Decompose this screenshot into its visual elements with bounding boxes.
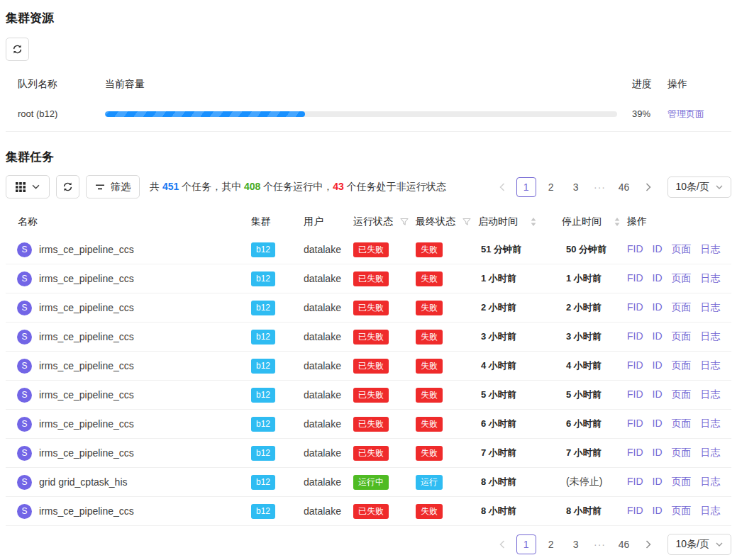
id-link[interactable]: ID xyxy=(653,359,663,372)
fid-link[interactable]: FID xyxy=(627,359,643,372)
page-link[interactable]: 页面 xyxy=(672,301,692,314)
task-row: S irms_ce_pipeline_ccs b12 datalake 已失败 … xyxy=(6,235,731,264)
start-time-sort-icon[interactable] xyxy=(531,218,536,226)
id-link[interactable]: ID xyxy=(653,330,663,343)
id-link[interactable]: ID xyxy=(653,272,663,285)
page-link[interactable]: 页面 xyxy=(672,359,692,372)
cluster-tag: b12 xyxy=(251,417,275,432)
run-status-badge: 已失败 xyxy=(353,504,389,519)
col-queue-name: 队列名称 xyxy=(6,78,105,91)
col-start-time: 启动时间 xyxy=(477,215,562,228)
col-run-status: 运行状态 xyxy=(352,215,414,228)
fid-link[interactable]: FID xyxy=(627,272,643,285)
task-user: datalake xyxy=(298,476,352,488)
chevron-down-icon xyxy=(716,542,723,547)
run-status-badge: 已失败 xyxy=(353,330,389,345)
page-size-select[interactable]: 10条/页 xyxy=(667,177,731,198)
run-status-badge: 运行中 xyxy=(353,475,389,490)
page-ellipsis[interactable]: ··· xyxy=(591,539,609,550)
id-link[interactable]: ID xyxy=(653,505,663,517)
page-button-1[interactable]: 1 xyxy=(516,177,536,197)
page-button-last[interactable]: 46 xyxy=(614,534,634,554)
id-link[interactable]: ID xyxy=(653,476,663,488)
tasks-refresh-button[interactable] xyxy=(56,175,79,198)
bottom-bar: 1 2 3 ··· 46 10条/页 xyxy=(6,534,731,555)
fid-link[interactable]: FID xyxy=(627,330,643,343)
task-user: datalake xyxy=(298,244,352,255)
final-status-badge: 失败 xyxy=(416,446,443,461)
page-link[interactable]: 页面 xyxy=(672,447,692,459)
column-settings-button[interactable] xyxy=(6,175,50,198)
stop-time: 3 小时前 xyxy=(562,330,627,343)
start-time: 2 小时前 xyxy=(477,301,562,314)
page-link[interactable]: 页面 xyxy=(672,388,692,401)
log-link[interactable]: 日志 xyxy=(701,388,721,401)
fid-link[interactable]: FID xyxy=(627,476,643,488)
pagination-top: 1 2 3 ··· 46 10条/页 xyxy=(493,177,731,198)
id-link[interactable]: ID xyxy=(653,243,663,256)
log-link[interactable]: 日志 xyxy=(701,272,721,285)
page-link[interactable]: 页面 xyxy=(672,505,692,517)
manage-page-link[interactable]: 管理页面 xyxy=(667,108,704,119)
task-row: S irms_ce_pipeline_ccs b12 datalake 已失败 … xyxy=(6,439,731,468)
refresh-icon xyxy=(12,44,23,55)
filter-button[interactable]: 筛选 xyxy=(86,175,140,198)
task-row: S irms_ce_pipeline_ccs b12 datalake 已失败 … xyxy=(6,381,731,410)
tasks-table: 名称 集群 用户 运行状态 最终状态 启动时间 xyxy=(6,208,731,526)
next-page-button[interactable] xyxy=(639,534,658,554)
page-button-last[interactable]: 46 xyxy=(614,177,634,197)
start-time: 6 小时前 xyxy=(477,418,562,430)
resources-refresh-button[interactable] xyxy=(6,38,29,61)
page-link[interactable]: 页面 xyxy=(672,243,692,256)
cluster-tag: b12 xyxy=(251,301,275,315)
page: 集群资源 队列名称 当前容量 进度 操作 root (b12) 39% xyxy=(0,0,737,560)
log-link[interactable]: 日志 xyxy=(701,359,721,372)
page-button-1[interactable]: 1 xyxy=(516,534,536,554)
start-time: 4 小时前 xyxy=(477,359,562,372)
prev-page-button[interactable] xyxy=(493,534,511,554)
page-link[interactable]: 页面 xyxy=(672,476,692,488)
task-table-body: S irms_ce_pipeline_ccs b12 datalake 已失败 … xyxy=(6,235,731,526)
final-status-filter-icon[interactable] xyxy=(462,218,471,226)
cluster-tag: b12 xyxy=(251,504,275,519)
log-link[interactable]: 日志 xyxy=(701,243,721,256)
col-user: 用户 xyxy=(298,215,352,228)
start-time: 51 分钟前 xyxy=(477,243,562,256)
prev-page-button[interactable] xyxy=(493,177,511,197)
task-avatar: S xyxy=(17,271,32,286)
start-time: 3 小时前 xyxy=(477,330,562,343)
page-button-2[interactable]: 2 xyxy=(541,534,561,554)
log-link[interactable]: 日志 xyxy=(701,476,721,488)
id-link[interactable]: ID xyxy=(653,301,663,314)
fid-link[interactable]: FID xyxy=(627,243,643,256)
id-link[interactable]: ID xyxy=(653,388,663,401)
log-link[interactable]: 日志 xyxy=(701,301,721,314)
log-link[interactable]: 日志 xyxy=(701,505,721,517)
page-button-3[interactable]: 3 xyxy=(566,177,586,197)
stop-time: 5 小时前 xyxy=(562,388,627,401)
fid-link[interactable]: FID xyxy=(627,505,643,517)
page-link[interactable]: 页面 xyxy=(672,418,692,430)
id-link[interactable]: ID xyxy=(653,418,663,430)
chevron-down-icon xyxy=(716,185,723,189)
id-link[interactable]: ID xyxy=(653,447,663,459)
page-link[interactable]: 页面 xyxy=(672,330,692,343)
page-button-3[interactable]: 3 xyxy=(566,534,586,554)
task-row: S irms_ce_pipeline_ccs b12 datalake 已失败 … xyxy=(6,293,731,323)
next-page-button[interactable] xyxy=(639,177,658,197)
fid-link[interactable]: FID xyxy=(627,301,643,314)
fid-link[interactable]: FID xyxy=(627,418,643,430)
log-link[interactable]: 日志 xyxy=(701,418,721,430)
log-link[interactable]: 日志 xyxy=(701,330,721,343)
run-status-filter-icon[interactable] xyxy=(400,218,409,226)
page-link[interactable]: 页面 xyxy=(672,272,692,285)
start-time: 8 小时前 xyxy=(477,505,562,517)
task-avatar: S xyxy=(17,475,32,490)
fid-link[interactable]: FID xyxy=(627,447,643,459)
stop-time-sort-icon[interactable] xyxy=(614,218,620,226)
log-link[interactable]: 日志 xyxy=(701,447,721,459)
page-button-2[interactable]: 2 xyxy=(541,177,561,197)
page-ellipsis[interactable]: ··· xyxy=(591,181,609,193)
page-size-select[interactable]: 10条/页 xyxy=(667,534,731,555)
fid-link[interactable]: FID xyxy=(627,388,643,401)
